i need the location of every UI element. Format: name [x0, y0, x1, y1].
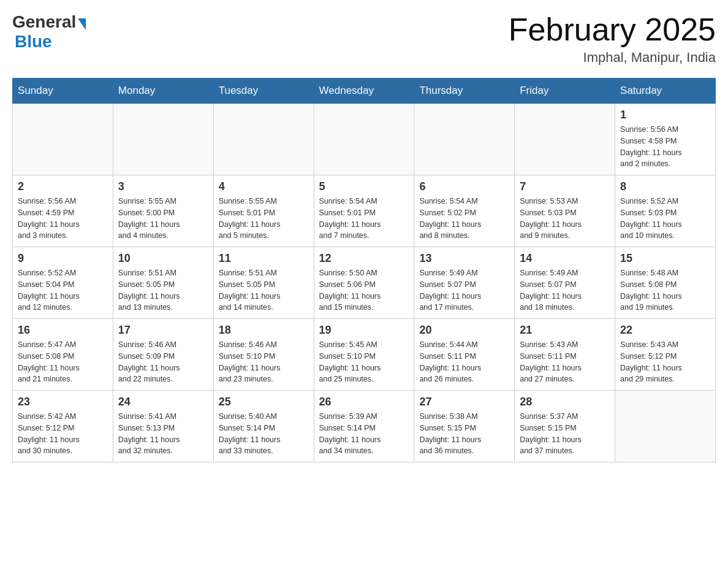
- day-number: 12: [319, 252, 409, 265]
- day-number: 10: [118, 252, 208, 265]
- day-number: 27: [419, 396, 509, 408]
- calendar-table: SundayMondayTuesdayWednesdayThursdayFrid…: [12, 78, 716, 462]
- calendar-cell: 25Sunrise: 5:40 AM Sunset: 5:14 PM Dayli…: [213, 391, 314, 462]
- day-number: 4: [219, 180, 309, 193]
- day-number: 3: [118, 180, 208, 193]
- weekday-header-row: SundayMondayTuesdayWednesdayThursdayFrid…: [13, 79, 716, 104]
- calendar-cell: 27Sunrise: 5:38 AM Sunset: 5:15 PM Dayli…: [414, 391, 515, 462]
- calendar-subtitle: Imphal, Manipur, India: [509, 50, 716, 66]
- logo-triangle-icon: [78, 18, 86, 30]
- day-info: Sunrise: 5:42 AM Sunset: 5:12 PM Dayligh…: [18, 411, 108, 457]
- calendar-cell: [414, 104, 515, 175]
- day-info: Sunrise: 5:40 AM Sunset: 5:14 PM Dayligh…: [219, 411, 309, 457]
- day-info: Sunrise: 5:50 AM Sunset: 5:06 PM Dayligh…: [319, 267, 409, 313]
- day-info: Sunrise: 5:49 AM Sunset: 5:07 PM Dayligh…: [520, 267, 610, 313]
- day-number: 2: [18, 180, 108, 193]
- calendar-cell: 22Sunrise: 5:43 AM Sunset: 5:12 PM Dayli…: [615, 319, 716, 391]
- day-info: Sunrise: 5:52 AM Sunset: 5:04 PM Dayligh…: [18, 267, 108, 313]
- day-info: Sunrise: 5:51 AM Sunset: 5:05 PM Dayligh…: [118, 267, 208, 313]
- calendar-cell: [13, 104, 113, 175]
- weekday-header-saturday: Saturday: [615, 79, 716, 104]
- week-row-1: 1Sunrise: 5:56 AM Sunset: 4:58 PM Daylig…: [13, 104, 716, 175]
- day-info: Sunrise: 5:54 AM Sunset: 5:02 PM Dayligh…: [419, 196, 509, 242]
- day-info: Sunrise: 5:45 AM Sunset: 5:10 PM Dayligh…: [319, 339, 409, 385]
- page-header: General Blue February 2025 Imphal, Manip…: [12, 12, 716, 66]
- calendar-cell: 6Sunrise: 5:54 AM Sunset: 5:02 PM Daylig…: [414, 175, 515, 247]
- day-info: Sunrise: 5:56 AM Sunset: 4:58 PM Dayligh…: [620, 124, 710, 170]
- calendar-cell: [615, 391, 716, 462]
- calendar-cell: [213, 104, 314, 175]
- calendar-cell: 8Sunrise: 5:52 AM Sunset: 5:03 PM Daylig…: [615, 175, 716, 247]
- day-number: 7: [520, 180, 610, 193]
- calendar-cell: [314, 104, 414, 175]
- day-number: 14: [520, 252, 610, 265]
- day-number: 25: [219, 396, 309, 408]
- calendar-cell: 11Sunrise: 5:51 AM Sunset: 5:05 PM Dayli…: [213, 247, 314, 319]
- day-number: 15: [620, 252, 710, 265]
- day-info: Sunrise: 5:51 AM Sunset: 5:05 PM Dayligh…: [219, 267, 309, 313]
- day-info: Sunrise: 5:56 AM Sunset: 4:59 PM Dayligh…: [18, 196, 108, 242]
- day-number: 9: [18, 252, 108, 265]
- calendar-cell: 21Sunrise: 5:43 AM Sunset: 5:11 PM Dayli…: [515, 319, 615, 391]
- day-number: 16: [18, 324, 108, 337]
- day-info: Sunrise: 5:38 AM Sunset: 5:15 PM Dayligh…: [419, 411, 509, 457]
- day-number: 18: [219, 324, 309, 337]
- day-number: 6: [419, 180, 509, 193]
- weekday-header-monday: Monday: [113, 79, 213, 104]
- day-info: Sunrise: 5:43 AM Sunset: 5:12 PM Dayligh…: [620, 339, 710, 385]
- day-number: 23: [18, 396, 108, 408]
- calendar-cell: 28Sunrise: 5:37 AM Sunset: 5:15 PM Dayli…: [515, 391, 615, 462]
- weekday-header-tuesday: Tuesday: [213, 79, 314, 104]
- day-info: Sunrise: 5:55 AM Sunset: 5:00 PM Dayligh…: [118, 196, 208, 242]
- weekday-header-wednesday: Wednesday: [314, 79, 414, 104]
- day-info: Sunrise: 5:47 AM Sunset: 5:08 PM Dayligh…: [18, 339, 108, 385]
- day-number: 11: [219, 252, 309, 265]
- day-info: Sunrise: 5:49 AM Sunset: 5:07 PM Dayligh…: [419, 267, 509, 313]
- day-info: Sunrise: 5:44 AM Sunset: 5:11 PM Dayligh…: [419, 339, 509, 385]
- calendar-cell: 9Sunrise: 5:52 AM Sunset: 5:04 PM Daylig…: [13, 247, 113, 319]
- week-row-3: 9Sunrise: 5:52 AM Sunset: 5:04 PM Daylig…: [13, 247, 716, 319]
- calendar-cell: 1Sunrise: 5:56 AM Sunset: 4:58 PM Daylig…: [615, 104, 716, 175]
- day-number: 17: [118, 324, 208, 337]
- calendar-cell: 18Sunrise: 5:46 AM Sunset: 5:10 PM Dayli…: [213, 319, 314, 391]
- day-info: Sunrise: 5:41 AM Sunset: 5:13 PM Dayligh…: [118, 411, 208, 457]
- day-number: 1: [620, 109, 710, 121]
- logo-general-text: General: [12, 12, 76, 32]
- week-row-5: 23Sunrise: 5:42 AM Sunset: 5:12 PM Dayli…: [13, 391, 716, 462]
- day-info: Sunrise: 5:39 AM Sunset: 5:14 PM Dayligh…: [319, 411, 409, 457]
- day-number: 22: [620, 324, 710, 337]
- calendar-cell: 4Sunrise: 5:55 AM Sunset: 5:01 PM Daylig…: [213, 175, 314, 247]
- calendar-cell: 13Sunrise: 5:49 AM Sunset: 5:07 PM Dayli…: [414, 247, 515, 319]
- day-number: 28: [520, 396, 610, 408]
- calendar-cell: 16Sunrise: 5:47 AM Sunset: 5:08 PM Dayli…: [13, 319, 113, 391]
- weekday-header-sunday: Sunday: [13, 79, 113, 104]
- day-info: Sunrise: 5:52 AM Sunset: 5:03 PM Dayligh…: [620, 196, 710, 242]
- day-info: Sunrise: 5:46 AM Sunset: 5:09 PM Dayligh…: [118, 339, 208, 385]
- calendar-cell: [515, 104, 615, 175]
- day-number: 24: [118, 396, 208, 408]
- day-number: 21: [520, 324, 610, 337]
- calendar-cell: 10Sunrise: 5:51 AM Sunset: 5:05 PM Dayli…: [113, 247, 213, 319]
- day-number: 13: [419, 252, 509, 265]
- weekday-header-friday: Friday: [515, 79, 615, 104]
- day-info: Sunrise: 5:43 AM Sunset: 5:11 PM Dayligh…: [520, 339, 610, 385]
- calendar-cell: 12Sunrise: 5:50 AM Sunset: 5:06 PM Dayli…: [314, 247, 414, 319]
- calendar-cell: 24Sunrise: 5:41 AM Sunset: 5:13 PM Dayli…: [113, 391, 213, 462]
- calendar-title: February 2025: [509, 12, 716, 47]
- day-number: 19: [319, 324, 409, 337]
- calendar-cell: 26Sunrise: 5:39 AM Sunset: 5:14 PM Dayli…: [314, 391, 414, 462]
- calendar-cell: 5Sunrise: 5:54 AM Sunset: 5:01 PM Daylig…: [314, 175, 414, 247]
- calendar-cell: 14Sunrise: 5:49 AM Sunset: 5:07 PM Dayli…: [515, 247, 615, 319]
- day-info: Sunrise: 5:48 AM Sunset: 5:08 PM Dayligh…: [620, 267, 710, 313]
- week-row-2: 2Sunrise: 5:56 AM Sunset: 4:59 PM Daylig…: [13, 175, 716, 247]
- logo-blue-text: Blue: [15, 32, 52, 51]
- day-info: Sunrise: 5:37 AM Sunset: 5:15 PM Dayligh…: [520, 411, 610, 457]
- calendar-cell: 17Sunrise: 5:46 AM Sunset: 5:09 PM Dayli…: [113, 319, 213, 391]
- day-info: Sunrise: 5:53 AM Sunset: 5:03 PM Dayligh…: [520, 196, 610, 242]
- day-info: Sunrise: 5:46 AM Sunset: 5:10 PM Dayligh…: [219, 339, 309, 385]
- week-row-4: 16Sunrise: 5:47 AM Sunset: 5:08 PM Dayli…: [13, 319, 716, 391]
- calendar-cell: 19Sunrise: 5:45 AM Sunset: 5:10 PM Dayli…: [314, 319, 414, 391]
- calendar-cell: 2Sunrise: 5:56 AM Sunset: 4:59 PM Daylig…: [13, 175, 113, 247]
- day-number: 8: [620, 180, 710, 193]
- day-info: Sunrise: 5:54 AM Sunset: 5:01 PM Dayligh…: [319, 196, 409, 242]
